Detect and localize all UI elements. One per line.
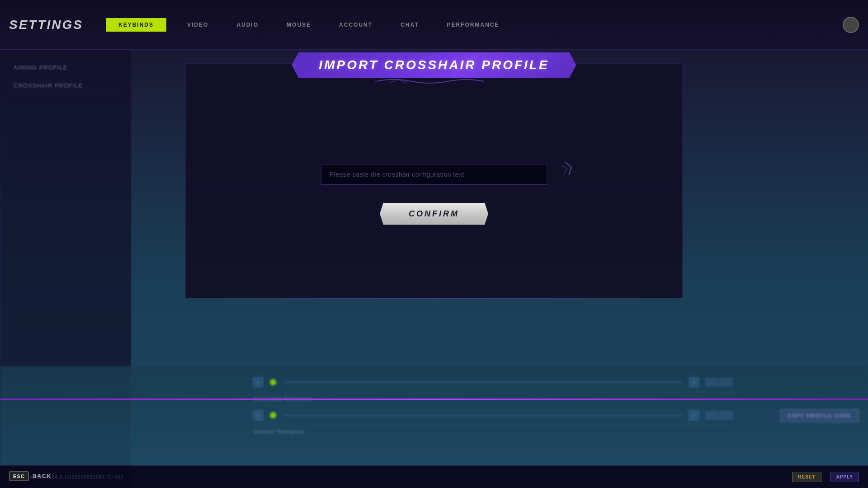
banner-decoration	[366, 77, 502, 86]
tab-mouse[interactable]: MOUSE	[279, 18, 318, 32]
avatar[interactable]	[843, 17, 859, 33]
tab-video[interactable]: VIDEO	[180, 18, 216, 32]
confirm-button[interactable]: CONFIRM	[380, 203, 488, 225]
tab-audio[interactable]: AUDIO	[229, 18, 266, 32]
deco-arrow-icon	[558, 158, 577, 181]
modal-banner-container: IMPORT CROSSHAIR PROFILE	[292, 52, 576, 78]
back-label: BACK	[33, 473, 52, 479]
modal-overlay: IMPORT CROSSHAIR PROFILE	[0, 45, 868, 488]
bottom-action-bar: ESC BACK ID:644506205|334.0.14|250308212…	[0, 465, 868, 488]
esc-back-btn[interactable]: ESC BACK	[9, 471, 52, 481]
tab-account[interactable]: ACCOUNT	[332, 18, 380, 32]
svg-line-3	[563, 169, 568, 174]
svg-line-1	[567, 167, 573, 175]
banner-wing-right	[572, 65, 599, 66]
tab-chat[interactable]: CHAT	[393, 18, 426, 32]
apply-button[interactable]: APPLY	[830, 472, 859, 482]
modal-banner: IMPORT CROSSHAIR PROFILE	[292, 52, 576, 78]
modal-content: CONFIRM	[321, 137, 547, 225]
page-title: SETTINGS	[9, 18, 83, 32]
tab-performance[interactable]: PERFORMANCE	[440, 18, 507, 32]
tab-keybinds[interactable]: KEYBINDS	[106, 18, 166, 32]
import-crosshair-modal: IMPORT CROSSHAIR PROFILE	[185, 63, 683, 298]
crosshair-config-input[interactable]	[321, 164, 547, 185]
top-nav: SETTINGS KEYBINDS VIDEO AUDIO MOUSE ACCO…	[0, 0, 868, 50]
svg-line-2	[561, 164, 567, 169]
svg-line-0	[565, 161, 571, 169]
reset-button[interactable]: RESET	[792, 472, 821, 482]
banner-wing-left	[269, 65, 296, 66]
modal-title: IMPORT CROSSHAIR PROFILE	[319, 58, 549, 72]
esc-key: ESC	[9, 471, 29, 481]
